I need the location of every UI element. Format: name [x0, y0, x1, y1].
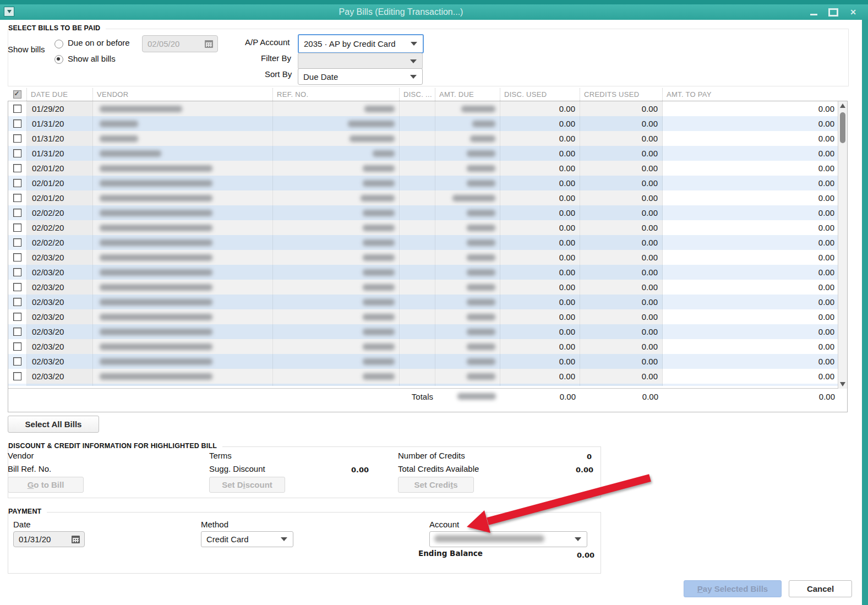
col-ref-no[interactable]: REF. NO. — [272, 88, 399, 101]
row-checkbox[interactable] — [13, 224, 21, 232]
row-checkbox[interactable] — [13, 164, 21, 172]
payment-account-dropdown[interactable] — [429, 531, 587, 547]
row-checkbox[interactable] — [13, 253, 21, 261]
maximize-button[interactable] — [828, 7, 838, 17]
row-amt-to-pay[interactable]: 0.00 — [663, 250, 838, 265]
row-checkbox[interactable] — [13, 105, 21, 113]
scroll-up-icon[interactable] — [838, 101, 847, 110]
row-amt-to-pay[interactable]: 0.00 — [663, 369, 838, 384]
col-disc[interactable]: DISC. ... — [399, 88, 435, 101]
set-credits-button[interactable]: Set Credits — [398, 477, 474, 493]
scroll-down-icon[interactable] — [838, 380, 847, 389]
show-all-bills-radio[interactable] — [54, 55, 63, 64]
row-amt-to-pay[interactable]: 0.00 — [663, 116, 838, 131]
table-row[interactable]: 02/03/20 0.00 0.00 0.00 — [8, 324, 838, 339]
row-amt-to-pay[interactable]: 0.00 — [663, 161, 838, 176]
filter-by-dropdown[interactable] — [298, 53, 423, 69]
row-amt-to-pay[interactable]: 0.00 — [663, 131, 838, 146]
table-row[interactable]: 01/31/20 0.00 0.00 0.00 — [8, 146, 838, 161]
table-row[interactable]: 01/31/20 0.00 0.00 0.00 — [8, 131, 838, 146]
row-checkbox[interactable] — [13, 238, 21, 247]
row-checkbox[interactable] — [13, 328, 21, 336]
row-amt-to-pay[interactable]: 0.00 — [663, 146, 838, 161]
row-checkbox[interactable] — [13, 119, 21, 128]
go-to-bill-button[interactable]: Go to Bill — [8, 477, 84, 493]
table-row[interactable]: 02/03/20 0.00 0.00 0.00 — [8, 250, 838, 265]
row-vendor-redacted — [100, 135, 138, 142]
row-amt-to-pay[interactable]: 0.00 — [663, 265, 838, 280]
col-disc-used[interactable]: DISC. USED — [500, 88, 580, 101]
table-row[interactable]: 02/03/20 0.00 0.00 0.00 — [8, 309, 838, 324]
row-checkbox[interactable] — [13, 149, 21, 157]
row-amt-to-pay[interactable]: 0.00 — [663, 101, 838, 116]
table-row[interactable]: 02/03/20 0.00 0.00 0.00 — [8, 265, 838, 280]
row-amt-to-pay[interactable]: 0.00 — [663, 235, 838, 250]
due-date-field[interactable]: 02/05/20 — [142, 35, 218, 52]
set-discount-button[interactable]: Set Discount — [209, 477, 285, 493]
due-on-or-before-radio[interactable] — [54, 40, 63, 48]
row-vendor-redacted — [100, 210, 212, 216]
col-date-due[interactable]: DATE DUE — [26, 88, 92, 101]
row-checkbox[interactable] — [13, 357, 21, 366]
row-amt-to-pay[interactable]: 0.00 — [663, 280, 838, 295]
table-row[interactable]: 01/29/20 0.00 0.00 0.00 — [8, 101, 838, 116]
row-amt-to-pay[interactable]: 0.00 — [663, 339, 838, 354]
vertical-scrollbar[interactable] — [838, 101, 847, 389]
row-ref-no-redacted — [363, 358, 395, 365]
table-row[interactable]: 02/02/20 0.00 0.00 0.00 — [8, 220, 838, 235]
table-row[interactable]: 02/01/20 0.00 0.00 0.00 — [8, 161, 838, 176]
sort-by-label: Sort By — [265, 69, 292, 79]
row-amt-to-pay[interactable]: 0.00 — [663, 205, 838, 220]
ap-account-dropdown[interactable]: 2035 · AP by Credit Card — [298, 34, 424, 53]
table-row[interactable]: 02/01/20 0.00 0.00 0.00 — [8, 176, 838, 190]
table-row[interactable]: 01/31/20 0.00 0.00 0.00 — [8, 116, 838, 131]
table-row[interactable]: 02/02/20 0.00 0.00 0.00 — [8, 205, 838, 220]
table-row[interactable]: 02/03/20 0.00 0.00 0.00 — [8, 295, 838, 309]
row-ref-no-redacted — [363, 165, 395, 172]
row-checkbox[interactable] — [13, 209, 21, 217]
payment-title: PAYMENT — [8, 508, 47, 515]
row-checkbox[interactable] — [13, 283, 21, 291]
row-checkbox[interactable] — [13, 268, 21, 276]
table-row[interactable]: 02/03/20 0.00 0.00 0.00 — [8, 339, 838, 354]
calendar-icon[interactable] — [205, 40, 213, 48]
table-row[interactable]: 02/02/20 0.00 0.00 0.00 — [8, 235, 838, 250]
calendar-icon[interactable] — [72, 536, 80, 543]
scrollbar-thumb[interactable] — [840, 112, 845, 143]
select-all-bills-button[interactable]: Select All Bills — [8, 416, 99, 433]
table-row[interactable]: 02/01/20 0.00 0.00 0.00 — [8, 190, 838, 205]
row-checkbox[interactable] — [13, 342, 21, 351]
cancel-button[interactable]: Cancel — [789, 580, 852, 597]
row-checkbox[interactable] — [13, 298, 21, 306]
col-vendor[interactable]: VENDOR — [92, 88, 272, 101]
row-checkbox[interactable] — [13, 134, 21, 143]
col-amt-due[interactable]: AMT. DUE — [435, 88, 500, 101]
row-amt-to-pay[interactable]: 0.00 — [663, 324, 838, 339]
row-amt-to-pay[interactable]: 0.00 — [663, 354, 838, 369]
row-checkbox[interactable] — [13, 179, 21, 187]
close-button[interactable]: ✕ — [848, 7, 858, 17]
row-checkbox[interactable] — [13, 372, 21, 380]
table-row[interactable]: 02/03/20 0.00 0.00 0.00 — [8, 369, 838, 384]
sort-by-value: Due Date — [298, 72, 410, 81]
row-amt-to-pay[interactable]: 0.00 — [663, 309, 838, 324]
row-amt-to-pay[interactable]: 0.00 — [663, 295, 838, 309]
number-of-credits-value: 0 — [587, 453, 592, 461]
payment-method-dropdown[interactable]: Credit Card — [201, 531, 293, 547]
row-checkbox[interactable] — [13, 194, 21, 202]
pay-selected-bills-button[interactable]: Pay Selected Bills — [684, 580, 782, 597]
select-all-checkbox[interactable] — [13, 90, 21, 99]
row-checkbox[interactable] — [13, 313, 21, 321]
row-amt-due-redacted — [467, 299, 495, 306]
col-credits-used[interactable]: CREDITS USED — [580, 88, 662, 101]
row-amt-to-pay[interactable]: 0.00 — [663, 176, 838, 190]
col-amt-to-pay[interactable]: AMT. TO PAY — [662, 88, 839, 101]
table-row[interactable]: 02/03/20 0.00 0.00 0.00 — [8, 280, 838, 295]
row-amt-to-pay[interactable]: 0.00 — [663, 190, 838, 205]
payment-date-field[interactable]: 01/31/20 — [13, 531, 85, 547]
table-row[interactable]: 02/03/20 0.00 0.00 0.00 — [8, 354, 838, 369]
show-bills-label: Show bills — [8, 45, 45, 54]
row-amt-to-pay[interactable]: 0.00 — [663, 220, 838, 235]
sort-by-dropdown[interactable]: Due Date — [298, 68, 423, 85]
minimize-button[interactable] — [809, 7, 818, 17]
